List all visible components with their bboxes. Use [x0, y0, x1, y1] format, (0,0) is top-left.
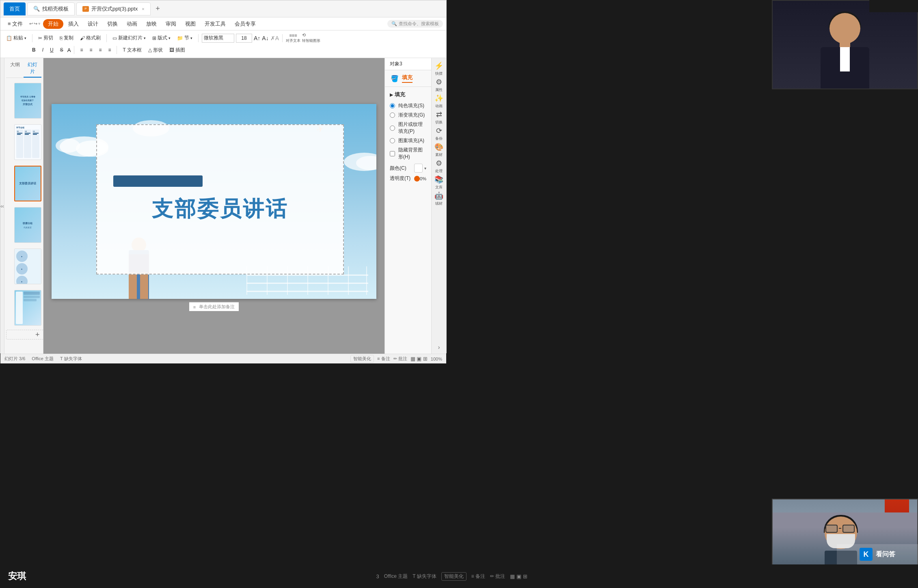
justify-btn[interactable]: ≡: [106, 46, 113, 54]
quick-icon-btn[interactable]: ⚡ 快摆: [432, 61, 446, 76]
fill-option-picture[interactable]: 图片或纹理填充(P): [390, 121, 426, 135]
ribbon-transition[interactable]: 切换: [103, 19, 122, 29]
notes-placeholder[interactable]: 单击此处添加备注: [199, 304, 235, 310]
tab-file[interactable]: P 开营仪式ppt(3).pptx ×: [76, 2, 151, 15]
annotation-bottom[interactable]: ✏ 批注: [490, 573, 505, 580]
slide-thumb-2[interactable]: 环节会程 01 02: [14, 124, 41, 160]
ribbon-devtools[interactable]: 开发工具: [201, 19, 230, 29]
fill-option-hidebg[interactable]: 隐藏背景图形(H): [390, 147, 426, 160]
slides-tab[interactable]: 幻灯片: [24, 60, 41, 78]
fill-option-gradient[interactable]: 渐变填充(G): [390, 112, 426, 119]
insert-btn[interactable]: 🖼 插图: [167, 46, 188, 54]
tab-home[interactable]: 首页: [4, 2, 26, 15]
missing-font-bottom[interactable]: T 缺失字体: [413, 573, 436, 580]
fill-radio-picture[interactable]: [390, 125, 395, 131]
ppt-window: 首页 🔍 找稻壳模板 P 开营仪式ppt(3).pptx × + ≡ 文件 ↩ …: [0, 0, 447, 353]
layout-btn[interactable]: ⊞ 版式 ▾: [150, 34, 173, 42]
slide-main[interactable]: ✈: [52, 104, 376, 299]
slide-thumb-4[interactable]: 联赛分组 代表发言: [14, 207, 41, 243]
section-btn[interactable]: 📁 节 ▾: [175, 34, 195, 42]
bold-btn[interactable]: B: [30, 46, 38, 54]
fill-radio-solid[interactable]: [390, 103, 395, 108]
fill-radio-pattern[interactable]: [390, 138, 395, 143]
switch-label: 切换: [435, 120, 443, 125]
comment-btn[interactable]: ≡ 备注: [377, 356, 390, 362]
slide-thumb-5[interactable]: ◆ ◆ ◆ · · · ·· · · ·: [14, 249, 41, 284]
ribbon-vip[interactable]: 会员专享: [231, 19, 260, 29]
cut-btn[interactable]: ✂ 剪切: [36, 34, 56, 42]
quick-icon: ⚡: [434, 61, 443, 70]
annotation-btn[interactable]: ✏ 批注: [393, 356, 407, 362]
strikethrough-btn[interactable]: S: [58, 46, 66, 54]
smart-beautify-btn[interactable]: 智能美化: [350, 355, 374, 363]
transparency-thumb[interactable]: [414, 176, 420, 182]
tab-template[interactable]: 🔍 找稻壳模板: [27, 2, 75, 15]
layout-dropdown[interactable]: ▾: [168, 36, 171, 40]
search-bar[interactable]: 🔍 查找命令、搜索模板: [387, 20, 443, 28]
fill-option-solid[interactable]: 纯色填充(S): [390, 102, 426, 109]
process-icon-btn[interactable]: ⚙ 处理: [432, 159, 446, 173]
tab-add-btn[interactable]: +: [152, 3, 164, 15]
paste-btn[interactable]: 📋 粘贴 ▾: [4, 34, 29, 42]
slide-thumb-1[interactable]: 学写党员 让青春 绽放在党旗下 开营仪式: [14, 83, 41, 119]
slide-textbox[interactable]: 支部委员讲话: [96, 124, 344, 275]
library-icon-btn[interactable]: 📚 文库: [432, 175, 446, 190]
font-size-down[interactable]: A↓: [262, 35, 268, 41]
animation-icon-btn[interactable]: ✨ 动画: [432, 94, 446, 108]
ribbon-insert[interactable]: 插入: [64, 19, 83, 29]
underline-btn[interactable]: U: [48, 46, 56, 54]
font-size-input[interactable]: 18: [236, 34, 252, 43]
new-slide-btn[interactable]: ▭ 新建幻灯片 ▾: [110, 34, 148, 42]
convert-smartart-btn[interactable]: ⟲转智能图形: [302, 32, 320, 43]
sep6: [117, 46, 117, 54]
comment-bottom[interactable]: ≡ 备注: [471, 573, 485, 580]
properties-icon-btn[interactable]: ⚙ 属性: [432, 78, 446, 92]
ribbon-start[interactable]: 开始: [43, 19, 63, 29]
align-text-btn[interactable]: ≡≡≡对齐文本: [286, 33, 300, 43]
switch-icon-btn[interactable]: ⇄ 切换: [432, 110, 446, 125]
ribbon-design[interactable]: 设计: [84, 19, 102, 29]
ribbon-review[interactable]: 审阅: [162, 19, 180, 29]
tab-close-btn[interactable]: ×: [142, 6, 144, 11]
slide-thumb-6[interactable]: [14, 290, 41, 326]
fill-tab-label[interactable]: 填充: [402, 74, 413, 83]
align-right-btn[interactable]: ≡: [96, 46, 104, 54]
textbox-btn[interactable]: T 文本框: [120, 46, 144, 54]
color-picker[interactable]: [414, 164, 423, 173]
ai2-icon-btn[interactable]: 🤖 绒材: [432, 191, 446, 206]
align-center-btn[interactable]: ≡: [87, 46, 95, 54]
shape-btn[interactable]: △ 形状: [146, 46, 165, 54]
left-panel-collapse-btn[interactable]: ‹‹: [0, 58, 4, 354]
fill-section-header: ▶ 填充: [390, 91, 426, 98]
align-left-btn[interactable]: ≡: [78, 46, 85, 54]
paste-dropdown[interactable]: ▾: [24, 36, 26, 40]
ribbon-view[interactable]: 视图: [181, 19, 200, 29]
backup-icon-btn[interactable]: ⟳ 备份: [432, 126, 446, 141]
font-color-btn[interactable]: A: [67, 47, 71, 53]
missing-font[interactable]: T 缺失字体: [60, 356, 82, 362]
italic-btn[interactable]: I: [40, 46, 46, 54]
new-slide-dropdown[interactable]: ▾: [144, 36, 146, 40]
right-panel-expand-btn[interactable]: ›: [438, 344, 440, 350]
redo-btn[interactable]: ↪: [34, 21, 37, 26]
fill-option-pattern[interactable]: 图案填充(A): [390, 137, 426, 144]
font-size-up[interactable]: A↑: [254, 35, 260, 41]
smart-beautify-bottom[interactable]: 智能美化: [441, 572, 467, 581]
ribbon-slideshow[interactable]: 放映: [142, 19, 161, 29]
color-dropdown-btn[interactable]: ▾: [424, 166, 426, 171]
add-slide-btn[interactable]: +: [6, 330, 43, 339]
ribbon-file[interactable]: ≡ 文件: [4, 19, 27, 29]
format-painter-btn[interactable]: 🖌 格式刷: [78, 34, 103, 42]
outline-tab[interactable]: 大纲: [6, 60, 24, 78]
material-icon-btn[interactable]: 🎨 素材: [432, 143, 446, 157]
fill-checkbox-hidebg[interactable]: [390, 151, 395, 156]
copy-btn[interactable]: ⎘ 复制: [57, 34, 76, 42]
slide-thumb-3[interactable]: 支部委员讲话: [14, 166, 41, 201]
layout-icon: ⊞: [152, 35, 156, 41]
ribbon-animation[interactable]: 动画: [123, 19, 141, 29]
font-name-input[interactable]: 微软雅黑: [202, 34, 234, 43]
section-dropdown[interactable]: ▾: [190, 36, 192, 40]
undo-btn[interactable]: ↩: [29, 21, 33, 26]
clear-format-icon[interactable]: ✗A: [270, 35, 279, 41]
fill-radio-gradient[interactable]: [390, 112, 395, 118]
